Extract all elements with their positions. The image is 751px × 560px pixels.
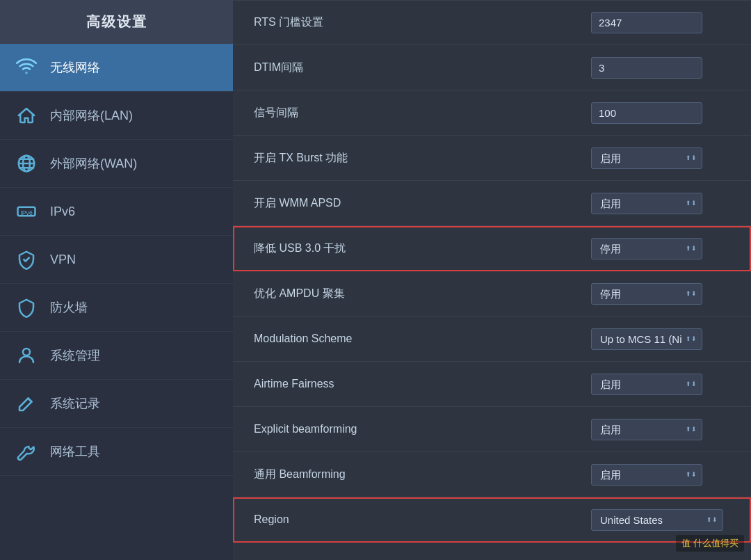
row-label-airtime: Airtime Fairness bbox=[254, 378, 591, 390]
select-wmmapsd[interactable]: 启用停用 bbox=[591, 193, 702, 214]
row-value-rts bbox=[591, 12, 730, 33]
row-value-ampdu: 启用停用 bbox=[591, 283, 730, 305]
row-value-implicit: 启用停用 bbox=[591, 464, 730, 486]
row-label-implicit: 通用 Beamforming bbox=[254, 467, 591, 482]
sidebar-item-nettools[interactable]: 网络工具 bbox=[0, 428, 233, 476]
wifi-icon bbox=[14, 55, 39, 80]
person-icon bbox=[14, 343, 39, 368]
sidebar-item-lan[interactable]: 内部网络(LAN) bbox=[0, 92, 233, 140]
sidebar-item-label: 外部网络(WAN) bbox=[50, 155, 137, 172]
svg-point-8 bbox=[23, 349, 30, 355]
row-value-usb30: 启用停用 bbox=[591, 238, 730, 259]
settings-row-usb30: 降低 USB 3.0 干扰启用停用 bbox=[233, 226, 751, 271]
select-wrapper-explicit: 启用停用 bbox=[591, 419, 702, 440]
select-wrapper-implicit: 启用停用 bbox=[591, 464, 702, 486]
row-label-explicit: Explicit beamforming bbox=[254, 423, 591, 435]
select-wrapper-modulation: Up to MCS 11 (NitroQAMA bbox=[591, 328, 702, 350]
sidebar-item-ipv6[interactable]: IPv6IPv6 bbox=[0, 188, 233, 236]
row-label-txburst: 开启 TX Burst 功能 bbox=[254, 151, 591, 166]
sidebar-item-label: 无线网络 bbox=[50, 59, 100, 76]
shield-icon bbox=[14, 295, 39, 320]
home-icon bbox=[14, 103, 39, 128]
settings-row-beacon: 信号间隔 bbox=[233, 90, 751, 136]
settings-row-implicit: 通用 Beamforming启用停用 bbox=[233, 452, 751, 497]
settings-row-modulation: Modulation SchemeUp to MCS 11 (NitroQAMA bbox=[233, 317, 751, 362]
row-label-rts: RTS 门槛设置 bbox=[254, 15, 591, 30]
select-usb30[interactable]: 启用停用 bbox=[591, 238, 702, 259]
row-label-dtim: DTIM间隔 bbox=[254, 61, 591, 75]
row-value-dtim bbox=[591, 57, 730, 79]
sidebar-item-vpn[interactable]: VPN bbox=[0, 236, 233, 284]
vpn-icon bbox=[14, 247, 39, 272]
select-wrapper-wmmapsd: 启用停用 bbox=[591, 193, 702, 214]
sidebar-item-label: 内部网络(LAN) bbox=[50, 107, 133, 124]
globe-icon bbox=[14, 151, 39, 176]
row-value-beacon bbox=[591, 102, 730, 124]
sidebar-item-label: IPv6 bbox=[50, 205, 75, 219]
settings-table: RTS 门槛设置DTIM间隔信号间隔开启 TX Burst 功能启用停用开启 W… bbox=[233, 0, 751, 543]
sidebar-item-firewall[interactable]: 防火墙 bbox=[0, 284, 233, 332]
svg-text:IPv6: IPv6 bbox=[20, 209, 33, 216]
settings-row-dtim: DTIM间隔 bbox=[233, 45, 751, 90]
row-label-ampdu: 优化 AMPDU 聚集 bbox=[254, 287, 591, 301]
tools-icon bbox=[14, 439, 39, 464]
row-label-modulation: Modulation Scheme bbox=[254, 333, 591, 345]
row-label-beacon: 信号间隔 bbox=[254, 106, 591, 120]
settings-row-region: RegionUnited StatesChina bbox=[233, 497, 751, 543]
settings-row-txburst: 开启 TX Burst 功能启用停用 bbox=[233, 136, 751, 181]
row-value-region: United StatesChina bbox=[591, 509, 730, 531]
row-label-wmmapsd: 开启 WMM APSD bbox=[254, 196, 591, 211]
select-explicit[interactable]: 启用停用 bbox=[591, 419, 702, 440]
sidebar-item-label: 防火墙 bbox=[50, 299, 88, 316]
input-dtim[interactable] bbox=[591, 57, 702, 79]
select-ampdu[interactable]: 启用停用 bbox=[591, 283, 702, 305]
select-region[interactable]: United StatesChina bbox=[591, 509, 723, 531]
select-wrapper-txburst: 启用停用 bbox=[591, 147, 702, 169]
row-value-modulation: Up to MCS 11 (NitroQAMA bbox=[591, 328, 730, 350]
edit-icon bbox=[14, 391, 39, 416]
sidebar-title: 高级设置 bbox=[0, 0, 233, 44]
input-beacon[interactable] bbox=[591, 102, 702, 124]
row-label-usb30: 降低 USB 3.0 干扰 bbox=[254, 241, 591, 256]
sidebar-item-sysmanage[interactable]: 系统管理 bbox=[0, 332, 233, 380]
settings-row-rts: RTS 门槛设置 bbox=[233, 0, 751, 45]
ipv6-icon: IPv6 bbox=[14, 199, 39, 224]
settings-row-wmmapsd: 开启 WMM APSD启用停用 bbox=[233, 181, 751, 226]
select-wrapper-usb30: 启用停用 bbox=[591, 238, 702, 259]
main-content: RTS 门槛设置DTIM间隔信号间隔开启 TX Burst 功能启用停用开启 W… bbox=[233, 0, 751, 560]
sidebar-item-label: 系统记录 bbox=[50, 395, 100, 412]
input-rts[interactable] bbox=[591, 12, 702, 33]
row-value-airtime: 启用停用 bbox=[591, 374, 730, 395]
settings-row-ampdu: 优化 AMPDU 聚集启用停用 bbox=[233, 271, 751, 317]
select-implicit[interactable]: 启用停用 bbox=[591, 464, 702, 486]
select-txburst[interactable]: 启用停用 bbox=[591, 147, 702, 169]
row-value-explicit: 启用停用 bbox=[591, 419, 730, 440]
sidebar-item-label: 网络工具 bbox=[50, 443, 100, 460]
settings-row-explicit: Explicit beamforming启用停用 bbox=[233, 407, 751, 452]
select-wrapper-airtime: 启用停用 bbox=[591, 374, 702, 395]
watermark: 值 什么值得买 bbox=[676, 535, 744, 552]
select-airtime[interactable]: 启用停用 bbox=[591, 374, 702, 395]
sidebar: 高级设置 无线网络内部网络(LAN)外部网络(WAN)IPv6IPv6VPN防火… bbox=[0, 0, 233, 560]
settings-row-airtime: Airtime Fairness启用停用 bbox=[233, 362, 751, 407]
select-wrapper-region: United StatesChina bbox=[591, 509, 723, 531]
row-value-txburst: 启用停用 bbox=[591, 147, 730, 169]
svg-point-0 bbox=[25, 72, 28, 74]
sidebar-item-label: VPN bbox=[50, 253, 76, 267]
sidebar-item-wireless[interactable]: 无线网络 bbox=[0, 44, 233, 92]
row-label-region: Region bbox=[254, 513, 591, 526]
sidebar-item-syslog[interactable]: 系统记录 bbox=[0, 380, 233, 428]
sidebar-item-wan[interactable]: 外部网络(WAN) bbox=[0, 140, 233, 188]
sidebar-item-label: 系统管理 bbox=[50, 347, 100, 364]
select-modulation[interactable]: Up to MCS 11 (NitroQAMA bbox=[591, 328, 702, 350]
row-value-wmmapsd: 启用停用 bbox=[591, 193, 730, 214]
select-wrapper-ampdu: 启用停用 bbox=[591, 283, 702, 305]
